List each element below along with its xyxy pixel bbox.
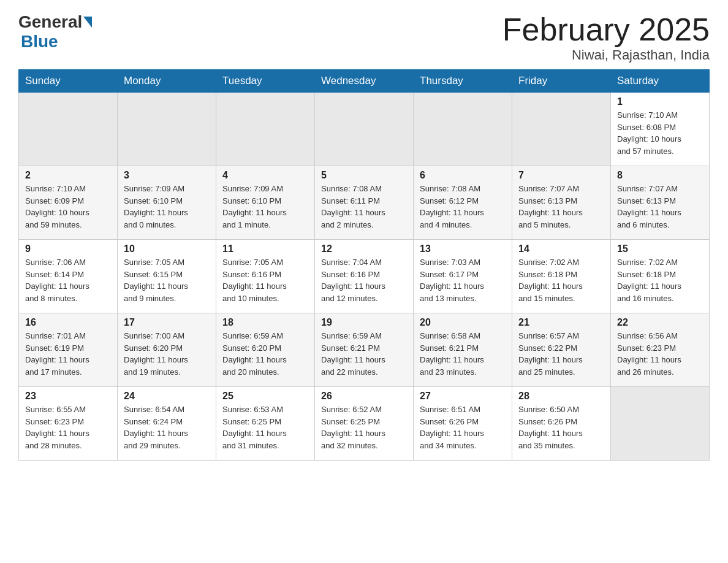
calendar-cell bbox=[611, 387, 710, 461]
day-detail: Sunrise: 7:06 AM Sunset: 6:14 PM Dayligh… bbox=[25, 256, 111, 304]
calendar-week-row: 9Sunrise: 7:06 AM Sunset: 6:14 PM Daylig… bbox=[19, 240, 710, 313]
day-detail: Sunrise: 6:55 AM Sunset: 6:23 PM Dayligh… bbox=[25, 404, 111, 451]
day-detail: Sunrise: 7:02 AM Sunset: 6:18 PM Dayligh… bbox=[617, 256, 703, 304]
day-number: 20 bbox=[420, 317, 506, 328]
calendar-cell: 6Sunrise: 7:08 AM Sunset: 6:12 PM Daylig… bbox=[414, 166, 512, 240]
day-number: 1 bbox=[617, 96, 703, 107]
day-detail: Sunrise: 6:56 AM Sunset: 6:23 PM Dayligh… bbox=[617, 330, 703, 378]
day-number: 6 bbox=[420, 170, 506, 181]
day-number: 4 bbox=[222, 170, 308, 181]
day-detail: Sunrise: 7:05 AM Sunset: 6:15 PM Dayligh… bbox=[124, 256, 210, 304]
calendar-cell: 16Sunrise: 7:01 AM Sunset: 6:19 PM Dayli… bbox=[19, 313, 118, 387]
day-detail: Sunrise: 6:59 AM Sunset: 6:21 PM Dayligh… bbox=[321, 330, 407, 378]
day-detail: Sunrise: 7:05 AM Sunset: 6:16 PM Dayligh… bbox=[222, 256, 308, 304]
calendar-cell: 24Sunrise: 6:54 AM Sunset: 6:24 PM Dayli… bbox=[118, 387, 216, 461]
day-number: 11 bbox=[222, 243, 308, 255]
calendar-cell: 22Sunrise: 6:56 AM Sunset: 6:23 PM Dayli… bbox=[611, 313, 710, 387]
day-number: 12 bbox=[321, 243, 407, 255]
calendar-cell: 2Sunrise: 7:10 AM Sunset: 6:09 PM Daylig… bbox=[19, 166, 118, 240]
calendar-cell: 11Sunrise: 7:05 AM Sunset: 6:16 PM Dayli… bbox=[216, 240, 315, 313]
calendar-week-row: 1Sunrise: 7:10 AM Sunset: 6:08 PM Daylig… bbox=[19, 93, 710, 166]
calendar-cell: 15Sunrise: 7:02 AM Sunset: 6:18 PM Dayli… bbox=[611, 240, 710, 313]
day-detail: Sunrise: 7:10 AM Sunset: 6:08 PM Dayligh… bbox=[617, 109, 703, 157]
calendar-header-thursday: Thursday bbox=[414, 70, 512, 93]
day-number: 17 bbox=[124, 317, 210, 328]
day-number: 9 bbox=[25, 243, 111, 255]
day-detail: Sunrise: 6:54 AM Sunset: 6:24 PM Dayligh… bbox=[124, 404, 210, 451]
month-title: February 2025 bbox=[502, 12, 710, 47]
logo: General Blue bbox=[18, 12, 93, 52]
day-detail: Sunrise: 6:58 AM Sunset: 6:21 PM Dayligh… bbox=[420, 330, 506, 378]
day-detail: Sunrise: 7:04 AM Sunset: 6:16 PM Dayligh… bbox=[321, 256, 407, 304]
calendar-header-sunday: Sunday bbox=[19, 70, 118, 93]
day-number: 8 bbox=[617, 170, 703, 181]
calendar-cell: 13Sunrise: 7:03 AM Sunset: 6:17 PM Dayli… bbox=[414, 240, 512, 313]
day-detail: Sunrise: 6:50 AM Sunset: 6:26 PM Dayligh… bbox=[518, 404, 604, 451]
day-number: 19 bbox=[321, 317, 407, 328]
calendar-cell: 26Sunrise: 6:52 AM Sunset: 6:25 PM Dayli… bbox=[315, 387, 414, 461]
title-area: February 2025 Niwai, Rajasthan, India bbox=[502, 12, 710, 63]
logo-general-text: General bbox=[18, 12, 82, 32]
calendar-table: SundayMondayTuesdayWednesdayThursdayFrid… bbox=[18, 69, 710, 461]
calendar-cell: 3Sunrise: 7:09 AM Sunset: 6:10 PM Daylig… bbox=[118, 166, 216, 240]
day-detail: Sunrise: 7:09 AM Sunset: 6:10 PM Dayligh… bbox=[222, 183, 308, 231]
calendar-week-row: 23Sunrise: 6:55 AM Sunset: 6:23 PM Dayli… bbox=[19, 387, 710, 461]
day-number: 27 bbox=[420, 391, 506, 402]
calendar-cell: 23Sunrise: 6:55 AM Sunset: 6:23 PM Dayli… bbox=[19, 387, 118, 461]
calendar-cell: 19Sunrise: 6:59 AM Sunset: 6:21 PM Dayli… bbox=[315, 313, 414, 387]
calendar-cell bbox=[216, 93, 315, 166]
day-detail: Sunrise: 7:09 AM Sunset: 6:10 PM Dayligh… bbox=[124, 183, 210, 231]
day-number: 28 bbox=[518, 391, 604, 402]
calendar-cell: 8Sunrise: 7:07 AM Sunset: 6:13 PM Daylig… bbox=[611, 166, 710, 240]
location-title: Niwai, Rajasthan, India bbox=[502, 47, 710, 63]
day-number: 2 bbox=[25, 170, 111, 181]
day-detail: Sunrise: 7:03 AM Sunset: 6:17 PM Dayligh… bbox=[420, 256, 506, 304]
day-detail: Sunrise: 7:07 AM Sunset: 6:13 PM Dayligh… bbox=[518, 183, 604, 231]
day-number: 26 bbox=[321, 391, 407, 402]
calendar-cell: 25Sunrise: 6:53 AM Sunset: 6:25 PM Dayli… bbox=[216, 387, 315, 461]
calendar-week-row: 2Sunrise: 7:10 AM Sunset: 6:09 PM Daylig… bbox=[19, 166, 710, 240]
calendar-cell bbox=[414, 93, 512, 166]
calendar-cell: 4Sunrise: 7:09 AM Sunset: 6:10 PM Daylig… bbox=[216, 166, 315, 240]
calendar-cell: 1Sunrise: 7:10 AM Sunset: 6:08 PM Daylig… bbox=[611, 93, 710, 166]
day-number: 25 bbox=[222, 391, 308, 402]
day-number: 3 bbox=[124, 170, 210, 181]
day-number: 24 bbox=[124, 391, 210, 402]
day-detail: Sunrise: 6:59 AM Sunset: 6:20 PM Dayligh… bbox=[222, 330, 308, 378]
calendar-header-monday: Monday bbox=[118, 70, 216, 93]
day-number: 10 bbox=[124, 243, 210, 255]
day-detail: Sunrise: 7:10 AM Sunset: 6:09 PM Dayligh… bbox=[25, 183, 111, 231]
day-detail: Sunrise: 6:51 AM Sunset: 6:26 PM Dayligh… bbox=[420, 404, 506, 451]
calendar-cell bbox=[19, 93, 118, 166]
calendar-week-row: 16Sunrise: 7:01 AM Sunset: 6:19 PM Dayli… bbox=[19, 313, 710, 387]
calendar-cell bbox=[315, 93, 414, 166]
day-detail: Sunrise: 7:08 AM Sunset: 6:12 PM Dayligh… bbox=[420, 183, 506, 231]
calendar-cell: 12Sunrise: 7:04 AM Sunset: 6:16 PM Dayli… bbox=[315, 240, 414, 313]
day-number: 22 bbox=[617, 317, 703, 328]
day-detail: Sunrise: 6:52 AM Sunset: 6:25 PM Dayligh… bbox=[321, 404, 407, 451]
logo-arrow-icon bbox=[83, 17, 92, 28]
calendar-header-row: SundayMondayTuesdayWednesdayThursdayFrid… bbox=[19, 70, 710, 93]
calendar-cell: 9Sunrise: 7:06 AM Sunset: 6:14 PM Daylig… bbox=[19, 240, 118, 313]
day-number: 18 bbox=[222, 317, 308, 328]
day-number: 5 bbox=[321, 170, 407, 181]
calendar-header-wednesday: Wednesday bbox=[315, 70, 414, 93]
day-detail: Sunrise: 7:08 AM Sunset: 6:11 PM Dayligh… bbox=[321, 183, 407, 231]
calendar-cell: 27Sunrise: 6:51 AM Sunset: 6:26 PM Dayli… bbox=[414, 387, 512, 461]
logo-blue-text: Blue bbox=[21, 32, 58, 51]
day-detail: Sunrise: 7:02 AM Sunset: 6:18 PM Dayligh… bbox=[518, 256, 604, 304]
day-number: 23 bbox=[25, 391, 111, 402]
day-number: 7 bbox=[518, 170, 604, 181]
day-detail: Sunrise: 6:53 AM Sunset: 6:25 PM Dayligh… bbox=[222, 404, 308, 451]
day-detail: Sunrise: 7:01 AM Sunset: 6:19 PM Dayligh… bbox=[25, 330, 111, 378]
calendar-cell: 14Sunrise: 7:02 AM Sunset: 6:18 PM Dayli… bbox=[512, 240, 611, 313]
day-number: 15 bbox=[617, 243, 703, 255]
day-number: 21 bbox=[518, 317, 604, 328]
day-number: 13 bbox=[420, 243, 506, 255]
calendar-cell: 21Sunrise: 6:57 AM Sunset: 6:22 PM Dayli… bbox=[512, 313, 611, 387]
day-detail: Sunrise: 6:57 AM Sunset: 6:22 PM Dayligh… bbox=[518, 330, 604, 378]
calendar-cell: 28Sunrise: 6:50 AM Sunset: 6:26 PM Dayli… bbox=[512, 387, 611, 461]
calendar-cell: 5Sunrise: 7:08 AM Sunset: 6:11 PM Daylig… bbox=[315, 166, 414, 240]
calendar-header-saturday: Saturday bbox=[611, 70, 710, 93]
calendar-cell: 10Sunrise: 7:05 AM Sunset: 6:15 PM Dayli… bbox=[118, 240, 216, 313]
